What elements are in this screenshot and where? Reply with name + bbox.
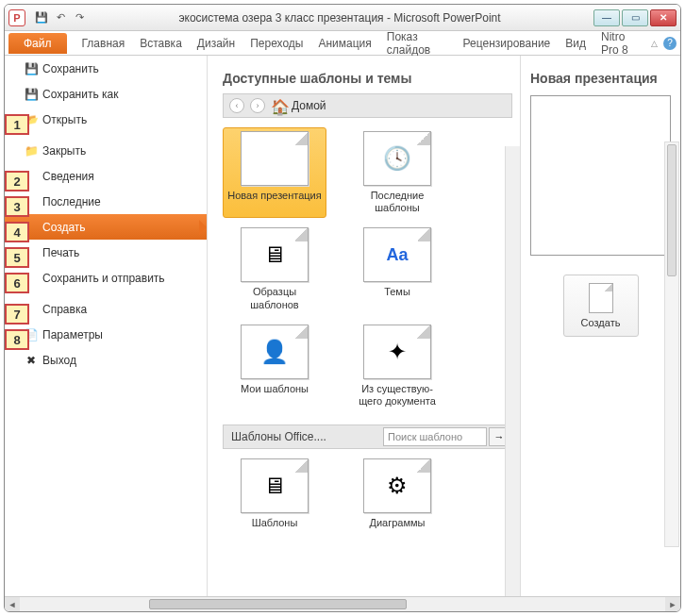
preview-thumbnail bbox=[530, 95, 671, 256]
template-label: Диаграммы bbox=[370, 517, 426, 529]
sidebar-label: Сведения bbox=[42, 170, 94, 183]
qat-save-icon[interactable]: 💾 bbox=[33, 9, 50, 26]
template-label: Образцы шаблонов bbox=[227, 286, 322, 310]
vertical-scrollbar[interactable] bbox=[505, 146, 520, 596]
preview-title: Новая презентация bbox=[530, 71, 671, 86]
callout-3: 3 bbox=[5, 196, 29, 217]
qat-undo-icon[interactable]: ↶ bbox=[52, 9, 69, 26]
file-tab[interactable]: Файл bbox=[8, 33, 67, 54]
callout-1: 1 bbox=[5, 114, 29, 135]
template-icon: ✦ bbox=[363, 325, 431, 379]
template-icon: 👤 bbox=[241, 325, 309, 379]
office-label: Шаблоны Office.... bbox=[224, 430, 383, 443]
scroll-left-icon[interactable]: ◄ bbox=[5, 597, 20, 612]
sidebar-label: Сохранить как bbox=[42, 88, 118, 101]
scroll-thumb[interactable] bbox=[149, 599, 408, 609]
template-label: Последние шаблоны bbox=[350, 190, 444, 214]
help-icon[interactable]: ? bbox=[663, 37, 677, 50]
template-item[interactable]: 🕓Последние шаблоны bbox=[345, 127, 449, 218]
create-button[interactable]: Создать bbox=[563, 275, 639, 337]
app-icon: P bbox=[8, 9, 25, 26]
ribbon-tab[interactable]: Рецензирование bbox=[456, 33, 559, 54]
sidebar-label: Сохранить и отправить bbox=[42, 272, 165, 285]
template-item[interactable]: Новая презентация bbox=[223, 127, 326, 218]
callout-7: 7 bbox=[5, 304, 29, 325]
ribbon-tab[interactable]: Вид bbox=[558, 33, 593, 54]
sidebar-label: Открыть bbox=[42, 113, 87, 126]
template-icon bbox=[241, 131, 309, 186]
template-item[interactable]: 🖥Образцы шаблонов bbox=[223, 224, 326, 314]
template-search-input[interactable]: Поиск шаблоно bbox=[383, 427, 487, 446]
ribbon-tab[interactable]: Вставка bbox=[132, 33, 190, 54]
template-icon: 🖥 bbox=[241, 227, 309, 282]
sidebar-label: Справка bbox=[42, 303, 87, 316]
callout-5: 5 bbox=[5, 247, 29, 268]
office-templates-bar: Шаблоны Office....Поиск шаблоно→ bbox=[223, 425, 512, 449]
sidebar-item-2[interactable]: 📂Открыть bbox=[5, 107, 207, 132]
window-title: экосистема озера 3 класс презентация - M… bbox=[88, 11, 592, 25]
callout-4: 4 bbox=[5, 222, 29, 242]
sidebar-label: Выход bbox=[42, 354, 76, 367]
nav-back-icon[interactable]: ‹ bbox=[229, 98, 244, 113]
template-label: Новая презентация bbox=[227, 190, 321, 202]
ribbon-tab[interactable]: Анимация bbox=[310, 33, 378, 54]
sidebar-icon: 💾 bbox=[24, 87, 39, 102]
sidebar-item-11[interactable]: ✖Выход bbox=[5, 347, 207, 373]
sidebar-label: Печать bbox=[42, 246, 79, 259]
sidebar-item-3[interactable]: 📁Закрыть bbox=[5, 138, 207, 163]
create-label: Создать bbox=[581, 317, 621, 328]
ribbon-tab[interactable]: Главная bbox=[75, 33, 133, 54]
ribbon-tab[interactable]: Переходы bbox=[242, 33, 310, 54]
breadcrumb-label[interactable]: Домой bbox=[292, 99, 326, 112]
callout-6: 6 bbox=[5, 273, 29, 293]
section-title: Доступные шаблоны и темы bbox=[223, 71, 512, 86]
nav-forward-icon[interactable]: › bbox=[250, 98, 265, 113]
qat-redo-icon[interactable]: ↷ bbox=[71, 9, 88, 26]
sidebar-icon: 💾 bbox=[24, 61, 39, 76]
callout-2: 2 bbox=[5, 171, 29, 191]
callout-8: 8 bbox=[5, 329, 29, 350]
template-label: Из существую-щего документа bbox=[350, 383, 444, 408]
template-icon: 🖥 bbox=[241, 458, 309, 513]
sidebar-item-8[interactable]: Сохранить и отправить bbox=[5, 265, 207, 291]
document-icon bbox=[589, 283, 613, 313]
minimize-button[interactable]: — bbox=[593, 9, 620, 26]
sidebar-item-5[interactable]: Последние bbox=[5, 189, 207, 214]
sidebar-label: Закрыть bbox=[42, 144, 86, 158]
sidebar-label: Последние bbox=[42, 195, 101, 208]
sidebar-icon: ✖ bbox=[24, 353, 39, 368]
template-label: Шаблоны bbox=[252, 517, 298, 529]
template-item[interactable]: 👤Мои шаблоны bbox=[223, 321, 326, 411]
breadcrumb: ‹ › 🏠 Домой bbox=[223, 93, 512, 118]
close-button[interactable]: ✕ bbox=[650, 9, 677, 26]
horizontal-scrollbar[interactable]: ◄ ► bbox=[5, 596, 680, 611]
sidebar-label: Параметры bbox=[42, 328, 103, 341]
sidebar-label: Сохранить bbox=[42, 62, 99, 75]
template-icon: 🕓 bbox=[363, 131, 431, 186]
scroll-right-icon[interactable]: ► bbox=[665, 597, 680, 612]
sidebar-item-0[interactable]: 💾Сохранить bbox=[5, 56, 207, 81]
templates-pane: Доступные шаблоны и темы ‹ › 🏠 Домой Нов… bbox=[208, 56, 520, 596]
sidebar-item-4[interactable]: Сведения bbox=[5, 163, 207, 189]
template-item[interactable]: 🖥Шаблоны bbox=[223, 455, 326, 533]
sidebar-item-10[interactable]: 📄Параметры bbox=[5, 322, 207, 347]
template-item[interactable]: ⚙Диаграммы bbox=[345, 455, 449, 533]
sidebar-item-6[interactable]: Создать bbox=[5, 214, 207, 240]
home-icon[interactable]: 🏠 bbox=[271, 98, 286, 113]
template-icon: ⚙ bbox=[363, 458, 431, 513]
ribbon-minimize-icon[interactable]: △ bbox=[651, 39, 658, 48]
titlebar: P 💾 ↶ ↷ экосистема озера 3 класс презент… bbox=[5, 5, 680, 31]
sidebar-item-7[interactable]: Печать bbox=[5, 240, 207, 265]
ribbon-tab[interactable]: Дизайн bbox=[190, 33, 242, 54]
sidebar-item-9[interactable]: Справка bbox=[5, 296, 207, 322]
template-item[interactable]: AaТемы bbox=[345, 224, 449, 314]
template-item[interactable]: ✦Из существую-щего документа bbox=[345, 321, 449, 411]
preview-pane: Новая презентация Создать bbox=[520, 56, 680, 596]
sidebar-label: Создать bbox=[42, 221, 86, 234]
scroll-thumb[interactable] bbox=[667, 144, 677, 276]
sidebar-item-1[interactable]: 💾Сохранить как bbox=[5, 81, 207, 107]
maximize-button[interactable]: ▭ bbox=[622, 9, 648, 26]
file-sidebar: 💾Сохранить💾Сохранить как📂Открыть1📁Закрыт… bbox=[5, 56, 208, 596]
ribbon-tabs: Файл Главная Вставка Дизайн Переходы Ани… bbox=[5, 31, 680, 56]
main-vertical-scrollbar[interactable] bbox=[664, 142, 679, 547]
